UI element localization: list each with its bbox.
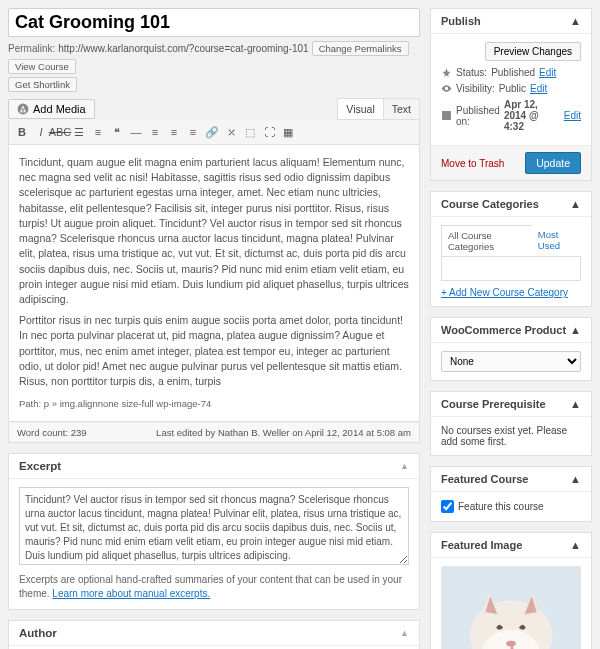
feature-course-checkbox-row[interactable]: Feature this course — [441, 500, 581, 513]
status-value: Published — [491, 67, 535, 78]
feature-course-label: Feature this course — [458, 501, 544, 512]
published-label: Published on: — [456, 105, 500, 127]
category-list[interactable] — [441, 257, 581, 281]
preview-changes-button[interactable]: Preview Changes — [485, 42, 581, 61]
feature-course-checkbox[interactable] — [441, 500, 454, 513]
categories-box: Course Categories ▲ All Course Categorie… — [430, 191, 592, 307]
align-right-icon[interactable]: ≡ — [184, 123, 202, 141]
status-label: Status: — [456, 67, 487, 78]
prerequisite-header[interactable]: Course Prerequisite ▲ — [431, 392, 591, 417]
edit-status-link[interactable]: Edit — [539, 67, 556, 78]
italic-icon[interactable]: I — [32, 123, 50, 141]
chevron-up-icon[interactable]: ▲ — [570, 198, 581, 210]
permalink-url: http://www.karlanorquist.com/?course=cat… — [58, 43, 308, 54]
eye-icon — [441, 83, 452, 94]
pin-icon — [441, 67, 452, 78]
excerpt-heading: Excerpt — [19, 460, 61, 472]
bold-icon[interactable]: B — [13, 123, 31, 141]
ol-icon[interactable]: ≡ — [89, 123, 107, 141]
tab-all-categories[interactable]: All Course Categories — [441, 225, 533, 256]
featured-course-header[interactable]: Featured Course ▲ — [431, 467, 591, 492]
featured-image-heading: Featured Image — [441, 539, 522, 551]
editor-mode-tabs: Visual Text — [337, 98, 420, 120]
prerequisite-text: No courses exist yet. Please add some fi… — [431, 417, 591, 455]
chevron-up-icon[interactable]: ▲ — [570, 324, 581, 336]
excerpt-textarea[interactable]: Tincidunt? Vel auctor risus in tempor se… — [19, 487, 409, 565]
featured-image-thumbnail[interactable] — [441, 566, 581, 649]
learn-more-link[interactable]: Learn more about manual excerpts. — [52, 588, 210, 599]
add-category-link[interactable]: + Add New Course Category — [441, 287, 568, 298]
fullscreen-icon[interactable]: ⛶ — [260, 123, 278, 141]
view-course-button[interactable]: View Course — [8, 59, 76, 74]
chevron-up-icon[interactable]: ▲ — [400, 461, 409, 471]
link-icon[interactable]: 🔗 — [203, 123, 221, 141]
excerpt-box: Excerpt ▲ Tincidunt? Vel auctor risus in… — [8, 453, 420, 610]
categories-heading: Course Categories — [441, 198, 539, 210]
author-box: Author ▲ Nathan B. Weller — [8, 620, 420, 649]
categories-header[interactable]: Course Categories ▲ — [431, 192, 591, 217]
woocommerce-heading: WooCommerce Product — [441, 324, 566, 336]
content-p1: Tincidunt, quam augue elit magna enim pa… — [19, 155, 409, 307]
more-icon[interactable]: ⬚ — [241, 123, 259, 141]
prerequisite-box: Course Prerequisite ▲ No courses exist y… — [430, 391, 592, 456]
chevron-up-icon[interactable]: ▲ — [570, 473, 581, 485]
featured-image-box: Featured Image ▲ — [430, 532, 592, 649]
content-path: Path: p » img.alignnone size-full wp-ima… — [19, 397, 409, 411]
featured-course-heading: Featured Course — [441, 473, 528, 485]
add-media-button[interactable]: Add Media — [8, 99, 95, 119]
editor-content[interactable]: Tincidunt, quam augue elit magna enim pa… — [8, 145, 420, 422]
featured-image-header[interactable]: Featured Image ▲ — [431, 533, 591, 558]
wordcount-label: Word count: — [17, 427, 68, 438]
woocommerce-header[interactable]: WooCommerce Product ▲ — [431, 318, 591, 343]
edit-visibility-link[interactable]: Edit — [530, 83, 547, 94]
chevron-up-icon[interactable]: ▲ — [570, 539, 581, 551]
update-button[interactable]: Update — [525, 152, 581, 174]
move-to-trash-link[interactable]: Move to Trash — [441, 158, 504, 169]
tab-most-used[interactable]: Most Used — [532, 225, 582, 256]
calendar-icon — [441, 110, 452, 121]
excerpt-note: Excerpts are optional hand-crafted summa… — [19, 573, 409, 601]
woocommerce-select[interactable]: None — [441, 351, 581, 372]
publish-header[interactable]: Publish ▲ — [431, 9, 591, 34]
woocommerce-box: WooCommerce Product ▲ None — [430, 317, 592, 381]
media-icon — [17, 103, 29, 115]
add-media-label: Add Media — [33, 103, 86, 115]
author-header[interactable]: Author ▲ — [9, 621, 419, 646]
publish-box: Publish ▲ Preview Changes Status: Publis… — [430, 8, 592, 181]
quote-icon[interactable]: ❝ — [108, 123, 126, 141]
published-date: Apr 12, 2014 @ 4:32 — [504, 99, 560, 132]
permalink-label: Permalink: — [8, 43, 55, 54]
category-tabs: All Course Categories Most Used — [441, 225, 581, 257]
last-edited: Last edited by Nathan B. Weller on April… — [156, 427, 411, 438]
get-shortlink-button[interactable]: Get Shortlink — [8, 77, 77, 92]
excerpt-header[interactable]: Excerpt ▲ — [9, 454, 419, 479]
post-title-input[interactable] — [8, 8, 420, 37]
tab-visual[interactable]: Visual — [338, 99, 382, 119]
visibility-value: Public — [499, 83, 526, 94]
wordcount-value: 239 — [71, 427, 87, 438]
kitchen-sink-icon[interactable]: ▦ — [279, 123, 297, 141]
chevron-up-icon[interactable]: ▲ — [570, 398, 581, 410]
align-center-icon[interactable]: ≡ — [165, 123, 183, 141]
change-permalinks-button[interactable]: Change Permalinks — [312, 41, 409, 56]
strike-icon[interactable]: ABC — [51, 123, 69, 141]
align-left-icon[interactable]: ≡ — [146, 123, 164, 141]
publish-heading: Publish — [441, 15, 481, 27]
author-heading: Author — [19, 627, 57, 639]
content-p2: Porttitor risus in nec turpis quis enim … — [19, 313, 409, 389]
editor-toolbar: B I ABC ☰ ≡ ❝ — ≡ ≡ ≡ 🔗 ⤫ ⬚ ⛶ ▦ — [8, 120, 420, 145]
featured-course-box: Featured Course ▲ Feature this course — [430, 466, 592, 522]
visibility-label: Visibility: — [456, 83, 495, 94]
chevron-up-icon[interactable]: ▲ — [570, 15, 581, 27]
permalink-row: Permalink: http://www.karlanorquist.com/… — [8, 41, 420, 74]
unlink-icon[interactable]: ⤫ — [222, 123, 240, 141]
tab-text[interactable]: Text — [383, 99, 419, 119]
prerequisite-heading: Course Prerequisite — [441, 398, 546, 410]
editor-footer: Word count: 239 Last edited by Nathan B.… — [8, 422, 420, 443]
hr-icon[interactable]: — — [127, 123, 145, 141]
edit-date-link[interactable]: Edit — [564, 110, 581, 121]
chevron-up-icon[interactable]: ▲ — [400, 628, 409, 638]
ul-icon[interactable]: ☰ — [70, 123, 88, 141]
